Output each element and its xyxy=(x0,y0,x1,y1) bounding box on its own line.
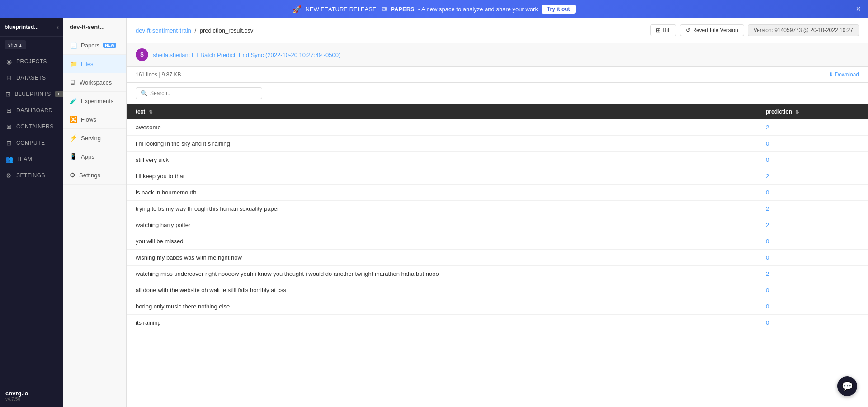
table-cell-text: you will be missed xyxy=(127,233,757,250)
secondary-nav-experiments[interactable]: 🧪 Experiments xyxy=(63,92,126,110)
table-cell-prediction: 2 xyxy=(757,266,868,282)
sidebar-item-containers[interactable]: ⊠ CONTAINERS xyxy=(0,118,63,135)
file-stats: 161 lines | 9.87 KB xyxy=(136,71,181,78)
dashboard-label: DASHBOARD xyxy=(16,107,53,114)
col-text-header[interactable]: text ⇅ xyxy=(127,104,757,119)
sidebar-item-team[interactable]: 👥 TEAM xyxy=(0,151,63,167)
sidebar-footer: cnvrg.io v4.7.56 xyxy=(0,384,63,407)
breadcrumb-project-link[interactable]: dev-ft-sentiment-train xyxy=(136,27,191,34)
col-prediction-header[interactable]: prediction ⇅ xyxy=(757,104,868,119)
data-table: text ⇅ prediction ⇅ awesome 2 i m lookin… xyxy=(127,104,868,331)
serving-nav-icon: ⚡ xyxy=(70,134,77,142)
file-actions: ⊞ Diff ↺ Revert File Version Version: 91… xyxy=(650,24,859,36)
table-cell-text: all done with the website oh wait ie sti… xyxy=(127,282,757,298)
file-info: 161 lines | 9.87 KB ⬇ Download xyxy=(127,67,868,83)
sidebar-item-compute[interactable]: ⊞ COMPUTE xyxy=(0,135,63,151)
file-size: 9.87 KB xyxy=(162,71,181,78)
commit-message: sheila.sheilan: FT Batch Predict: End Sy… xyxy=(153,52,340,58)
main-content: dev-ft-sentiment-train / prediction_resu… xyxy=(127,18,868,407)
breadcrumb-filename: prediction_result.csv xyxy=(200,27,254,34)
sidebar-collapse-button[interactable]: ‹ xyxy=(57,24,59,31)
flows-nav-label: Flows xyxy=(81,116,96,123)
search-bar: 🔍 xyxy=(127,83,868,104)
table-cell-prediction: 2 xyxy=(757,217,868,233)
experiments-nav-icon: 🧪 xyxy=(70,97,77,104)
sidebar-item-datasets[interactable]: ⊞ DATASETS xyxy=(0,70,63,86)
sidebar-item-dashboard[interactable]: ⊟ DASHBOARD xyxy=(0,102,63,118)
rocket-icon: 🚀 xyxy=(292,5,302,14)
sort-text-icon: ⇅ xyxy=(149,109,152,114)
chat-icon: 💬 xyxy=(842,381,853,392)
footer-logo: cnvrg.io xyxy=(5,390,58,397)
workspaces-nav-label: Workspaces xyxy=(80,79,112,86)
search-icon: 🔍 xyxy=(141,90,147,96)
secondary-sidebar: dev-ft-sent... 📄 Papers NEW 📁 Files 🖥 Wo… xyxy=(63,18,127,407)
diff-button[interactable]: ⊞ Diff xyxy=(650,24,676,36)
new-badge: NEW xyxy=(103,43,116,48)
version-badge: Version: 914059773 @ 20-10-2022 10:27 xyxy=(748,24,859,36)
table-row: trying to bs my way through this human s… xyxy=(127,201,868,217)
containers-icon: ⊠ xyxy=(5,123,13,130)
table-cell-prediction: 0 xyxy=(757,136,868,152)
top-banner: 🚀 NEW FEATURE RELEASE! ✉ PAPERS - A new … xyxy=(0,0,868,18)
breadcrumb-separator: / xyxy=(194,27,196,34)
table-body: awesome 2 i m looking in the sky and it … xyxy=(127,119,868,331)
table-cell-text: trying to bs my way through this human s… xyxy=(127,201,757,217)
table-row: wishing my babbs was with me right now 0 xyxy=(127,250,868,266)
breadcrumb: dev-ft-sentiment-train / prediction_resu… xyxy=(136,27,253,34)
table-row: boring only music there nothing else 0 xyxy=(127,298,868,315)
table-row: awesome 2 xyxy=(127,119,868,136)
download-button[interactable]: ⬇ Download xyxy=(829,71,859,78)
sidebar-item-projects[interactable]: ◉ PROJECTS xyxy=(0,53,63,70)
workspaces-nav-icon: 🖥 xyxy=(70,79,76,86)
table-row: all done with the website oh wait ie sti… xyxy=(127,282,868,298)
table-cell-text: watching miss undercover right noooow ye… xyxy=(127,266,757,282)
secondary-nav-apps[interactable]: 📱 Apps xyxy=(63,147,126,166)
sort-prediction-icon: ⇅ xyxy=(795,109,799,114)
secondary-nav-papers[interactable]: 📄 Papers NEW xyxy=(63,36,126,55)
compute-icon: ⊞ xyxy=(5,139,13,147)
settings-icon: ⚙ xyxy=(5,172,13,179)
table-row: you will be missed 0 xyxy=(127,233,868,250)
table-cell-prediction: 2 xyxy=(757,168,868,185)
table-cell-prediction: 0 xyxy=(757,282,868,298)
secondary-nav-settings[interactable]: ⚙ Settings xyxy=(63,166,126,185)
sidebar-item-settings[interactable]: ⚙ SETTINGS xyxy=(0,167,63,184)
new-feature-text: NEW FEATURE RELEASE! xyxy=(305,6,378,13)
search-input[interactable] xyxy=(150,90,257,96)
table-cell-text: i ll keep you to that xyxy=(127,168,757,185)
serving-nav-label: Serving xyxy=(81,135,101,142)
left-sidebar: blueprintsd... ‹ sheila. ◉ PROJECTS ⊞ DA… xyxy=(0,18,63,407)
secondary-nav-workspaces[interactable]: 🖥 Workspaces xyxy=(63,73,126,92)
sidebar-item-blueprints[interactable]: ⊡ BLUEPRINTS BETA xyxy=(0,86,63,102)
projects-label: PROJECTS xyxy=(16,58,47,65)
flows-nav-icon: 🔀 xyxy=(70,116,77,123)
table-cell-prediction: 0 xyxy=(757,233,868,250)
datasets-label: DATASETS xyxy=(16,75,46,81)
secondary-nav-files[interactable]: 📁 Files xyxy=(63,55,126,73)
file-header: dev-ft-sentiment-train / prediction_resu… xyxy=(127,18,868,43)
commit-avatar: S xyxy=(136,48,148,61)
table-row: still very sick 0 xyxy=(127,152,868,168)
file-lines: 161 lines xyxy=(136,71,157,78)
sidebar-logo-text: blueprintsd... xyxy=(5,24,53,30)
secondary-nav-serving[interactable]: ⚡ Serving xyxy=(63,129,126,147)
table-cell-text: its raining xyxy=(127,315,757,331)
table-wrap: text ⇅ prediction ⇅ awesome 2 i m lookin… xyxy=(127,104,868,407)
table-row: i m looking in the sky and it s raining … xyxy=(127,136,868,152)
papers-label: PAPERS xyxy=(391,6,415,13)
banner-close-button[interactable]: × xyxy=(856,5,861,14)
revert-file-version-button[interactable]: ↺ Revert File Version xyxy=(680,24,744,36)
table-cell-prediction: 0 xyxy=(757,298,868,315)
try-it-out-button[interactable]: Try it out xyxy=(542,5,576,14)
apps-nav-label: Apps xyxy=(81,153,94,160)
chat-fab-button[interactable]: 💬 xyxy=(837,376,857,396)
banner-content: 🚀 NEW FEATURE RELEASE! ✉ PAPERS - A new … xyxy=(292,5,575,14)
blueprints-label: BLUEPRINTS xyxy=(15,91,51,97)
blueprints-icon: ⊡ xyxy=(5,90,11,98)
sidebar-user: sheila. xyxy=(0,37,63,53)
table-header-row: text ⇅ prediction ⇅ xyxy=(127,104,868,119)
compute-label: COMPUTE xyxy=(16,140,45,146)
datasets-icon: ⊞ xyxy=(5,74,13,81)
secondary-nav-flows[interactable]: 🔀 Flows xyxy=(63,110,126,129)
